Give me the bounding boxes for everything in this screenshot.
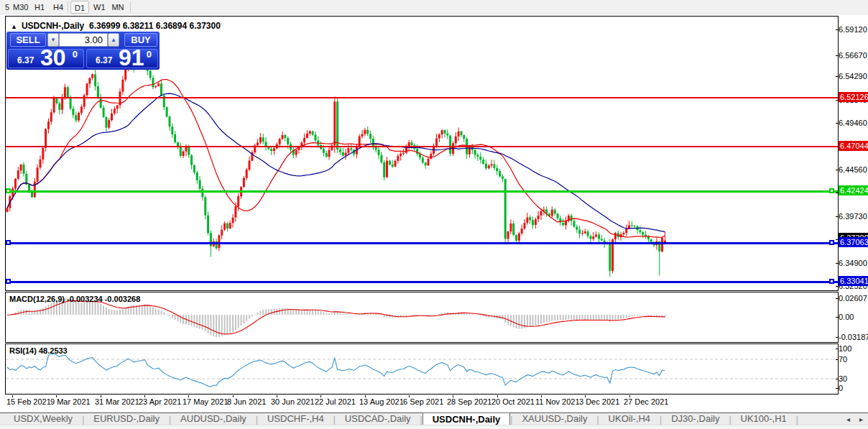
rsi-name: RSI(14): [9, 346, 37, 355]
ohlc-close: 6.37300: [189, 21, 220, 31]
mt4-window: 5M30H1H4D1W1MN MACD(12,26,9) -0.003234 -…: [0, 0, 868, 429]
price-tick-6.49460: 6.49460: [839, 119, 867, 127]
date-axis[interactable]: 15 Feb 20219 Mar 202131 Mar 202123 Apr 2…: [5, 395, 839, 407]
chart-tab-xauusd-daily[interactable]: XAUUSD-,Daily: [512, 413, 596, 425]
macd-value-1: -0.003234: [67, 295, 103, 303]
timeframe-button-m30[interactable]: M30: [10, 1, 31, 14]
macd-label: MACD(12,26,9) -0.003234 -0.003268: [9, 295, 140, 303]
rsi-tick-0: 0: [839, 384, 843, 392]
date-label: 20 Oct 2021: [491, 397, 535, 406]
timeframe-button-mn[interactable]: MN: [108, 1, 127, 14]
chart-tab-ukoil-h4[interactable]: UKOil-,H4: [599, 413, 660, 425]
macd-pane[interactable]: MACD(12,26,9) -0.003234 -0.003268: [5, 292, 839, 343]
rsi-tick-70: 70: [839, 355, 847, 364]
collapse-panel-icon[interactable]: ▲: [11, 23, 17, 30]
axis-tickmark: [836, 55, 839, 56]
date-label: 15 Feb 2021: [6, 397, 51, 406]
volume-input[interactable]: [59, 33, 108, 47]
macd-tick--0.03187: -0.03187: [839, 333, 868, 341]
chart-tab-eurusd-daily[interactable]: EURUSD-,Daily: [84, 413, 169, 425]
horizontal-line-6.47044[interactable]: [6, 146, 838, 147]
ohlc-high: 6.38211: [123, 21, 154, 31]
axis-tickmark: [836, 216, 839, 217]
rsi-line: [6, 344, 838, 394]
axis-tickmark: [836, 123, 839, 124]
axis-tickmark: [836, 170, 839, 170]
chart-tab-usdchf-h4[interactable]: USDCHF-,H4: [258, 413, 333, 425]
price-tick-6.54290: 6.54290: [839, 72, 867, 80]
rsi-label: RSI(14) 48.2533: [9, 346, 68, 355]
rsi-value: 48.2533: [39, 346, 68, 355]
axis-tickmark: [836, 76, 839, 77]
one-click-trading-panel: SELL ▼ ▲ BUY 6.37 30 0 6.37 91 0: [6, 32, 160, 70]
chart-tab-dj30-daily[interactable]: DJ30-,Daily: [662, 413, 729, 425]
price-badge-6.52126: 6.52126: [839, 92, 868, 102]
tab-scroll-right-icon[interactable]: ▸: [859, 415, 863, 423]
axis-tickmark: [836, 379, 839, 379]
price-tick-6.59120: 6.59120: [839, 25, 867, 34]
timeframe-toolbar: 5M30H1H4D1W1MN: [0, 0, 868, 14]
date-label: 27 Dec 2021: [624, 397, 668, 406]
sell-price-prefix: 6.37: [17, 55, 34, 65]
line-handle[interactable]: [6, 279, 11, 284]
macd-tick-0.02607: 0.02607: [839, 294, 867, 303]
price-badge-6.33041: 6.33041: [839, 276, 868, 286]
volume-increase-button[interactable]: ▲: [108, 33, 119, 47]
ohlc-low: 6.36894: [156, 21, 187, 31]
timeframe-button-h1[interactable]: H1: [32, 1, 47, 14]
tab-scroll-left-icon[interactable]: ◂: [846, 415, 850, 423]
chart-tab-uk100-h1[interactable]: UK100-,H1: [731, 413, 796, 425]
buy-price-pips: 91: [119, 45, 144, 71]
rsi-tick-100: 100: [839, 344, 851, 353]
horizontal-line-6.33041[interactable]: [6, 281, 838, 283]
date-label: 3 Dec 2021: [579, 397, 619, 406]
date-label: 11 Nov 2021: [535, 397, 580, 406]
toolbar-separator: [130, 1, 131, 13]
price-axis[interactable]: 6.591206.566706.542906.518406.494606.470…: [839, 15, 868, 407]
horizontal-line-6.52126[interactable]: [6, 97, 838, 98]
buy-price-display[interactable]: 6.37 91 0: [86, 49, 158, 68]
date-label: 22 Jul 2021: [315, 397, 356, 406]
axis-tickmark: [836, 286, 839, 287]
axis-tickmark: [836, 298, 839, 299]
date-label: 30 Jun 2021: [271, 397, 315, 406]
status-strip: [0, 425, 868, 429]
rsi-pane[interactable]: RSI(14) 48.2533: [5, 343, 839, 395]
macd-tick-0.00: 0.00: [839, 313, 854, 321]
toolbar-separator: [68, 1, 68, 13]
date-label: 6 Sep 2021: [403, 397, 443, 406]
axis-tickmark: [836, 388, 839, 389]
chart-tabs: USDX,Weekly|EURUSD-,Daily|AUDUSD-,Daily|…: [4, 413, 798, 425]
date-label: 8 Jun 2021: [227, 397, 266, 406]
date-label: 9 Mar 2021: [50, 397, 91, 406]
line-handle[interactable]: [829, 240, 834, 245]
line-handle[interactable]: [6, 188, 11, 193]
macd-value-2: -0.003268: [105, 295, 141, 303]
chart-tab-usdcnh-daily[interactable]: USDCNH-,Daily: [423, 412, 511, 425]
horizontal-line-6.42424[interactable]: [6, 190, 838, 193]
axis-tickmark: [836, 317, 839, 318]
macd-name: MACD(12,26,9): [9, 295, 65, 303]
date-label: 17 May 2021: [183, 397, 228, 406]
price-tick-6.34900: 6.34900: [839, 259, 867, 267]
date-label: 28 Sep 2021: [447, 397, 491, 406]
chart-tab-usdcad-daily[interactable]: USDCAD-,Daily: [336, 413, 420, 425]
line-handle[interactable]: [829, 188, 834, 193]
chart-tab-bar: USDX,Weekly|EURUSD-,Daily|AUDUSD-,Daily|…: [0, 412, 868, 425]
horizontal-line-6.37063[interactable]: [6, 242, 838, 244]
price-badge-6.42424: 6.42424: [839, 185, 868, 195]
rsi-tick-30: 30: [839, 374, 847, 383]
axis-tickmark: [836, 359, 839, 360]
chart-tab-usdx-weekly[interactable]: USDX,Weekly: [4, 413, 82, 425]
line-handle[interactable]: [829, 279, 834, 284]
tab-separator: |: [796, 415, 798, 425]
line-handle[interactable]: [6, 240, 11, 245]
price-badge-6.47044: 6.47044: [839, 141, 868, 151]
date-label: 23 Apr 2021: [139, 397, 181, 406]
timeframe-button-h4[interactable]: H4: [50, 1, 66, 14]
sell-price-display[interactable]: 6.37 30 0: [8, 49, 84, 68]
timeframe-button-d1[interactable]: D1: [70, 1, 89, 14]
timeframe-button-w1[interactable]: W1: [91, 1, 108, 14]
axis-tickmark: [836, 349, 839, 349]
chart-tab-audusd-daily[interactable]: AUDUSD-,Daily: [171, 413, 256, 425]
